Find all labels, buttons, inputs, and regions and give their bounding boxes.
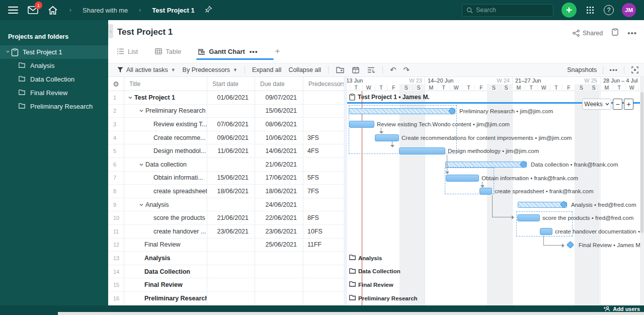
- project-info-icon[interactable]: [612, 28, 618, 38]
- start-date-cell[interactable]: [207, 252, 255, 265]
- start-date-cell[interactable]: [207, 292, 255, 305]
- predecessors-cell[interactable]: [303, 278, 346, 292]
- predecessors-cell[interactable]: [303, 158, 346, 172]
- task-title-cell[interactable]: Final Review: [124, 239, 207, 252]
- hamburger-menu-icon[interactable]: [8, 7, 18, 14]
- gantt-folder-row[interactable]: Preliminary Research: [349, 295, 418, 301]
- start-date-cell[interactable]: 23/06/2021: [207, 225, 255, 239]
- apps-grid-icon[interactable]: [585, 5, 596, 16]
- start-date-cell[interactable]: 01/06/2021: [207, 91, 255, 105]
- due-date-cell[interactable]: 18/06/2021: [255, 185, 303, 198]
- user-avatar[interactable]: JM: [622, 3, 636, 17]
- milestone-diamond[interactable]: [567, 241, 575, 249]
- due-date-cell[interactable]: 14/06/2021: [255, 144, 303, 158]
- tab-table[interactable]: Table: [155, 44, 181, 58]
- start-date-cell[interactable]: 18/06/2021: [207, 185, 255, 198]
- predecessors-cell[interactable]: [303, 252, 346, 265]
- due-date-cell[interactable]: 21/06/2021: [255, 158, 303, 172]
- due-date-cell[interactable]: 09/07/2021: [255, 91, 303, 105]
- start-date-cell[interactable]: [207, 239, 255, 252]
- task-title-cell[interactable]: Create recomme...: [124, 131, 207, 145]
- task-title-cell[interactable]: Analysis: [124, 252, 207, 265]
- pin-icon[interactable]: [205, 6, 212, 15]
- zoom-out-button[interactable]: −: [613, 99, 622, 110]
- predecessors-cell[interactable]: [303, 118, 346, 131]
- due-date-cell[interactable]: 22/06/2021: [255, 211, 303, 225]
- gantt-folder-row[interactable]: Final Review: [349, 281, 393, 288]
- row-caret-icon[interactable]: [137, 202, 145, 207]
- inbox-icon[interactable]: 1: [27, 5, 38, 16]
- zoom-in-button[interactable]: +: [624, 99, 633, 110]
- start-date-cell[interactable]: 07/06/2021: [207, 118, 255, 131]
- predecessors-cell[interactable]: [303, 198, 346, 212]
- task-title-cell[interactable]: Test Project 1: [124, 91, 207, 105]
- gantt-folder-row[interactable]: Data Collection: [349, 268, 400, 275]
- columns-gear-button[interactable]: ⚙: [108, 77, 124, 91]
- due-date-cell[interactable]: 15/06/2021: [255, 105, 303, 118]
- search-box[interactable]: [462, 4, 553, 17]
- column-header-start-date[interactable]: Start date: [207, 77, 255, 91]
- predecessors-cell[interactable]: [303, 105, 346, 118]
- start-date-cell[interactable]: [207, 105, 255, 118]
- predecessors-cell[interactable]: 3FS: [303, 131, 346, 145]
- filter-dropdown[interactable]: All active tasks ▼: [117, 66, 176, 73]
- breadcrumb-current[interactable]: Test Project 1: [152, 7, 194, 14]
- start-date-cell[interactable]: 15/06/2021: [207, 172, 255, 185]
- row-caret-icon[interactable]: [137, 108, 145, 113]
- expand-all-button[interactable]: Expand all: [252, 66, 281, 73]
- row-caret-icon[interactable]: [126, 95, 134, 100]
- task-title-cell[interactable]: Data Collection: [124, 265, 207, 279]
- timescale-dropdown[interactable]: Weeks: [582, 99, 611, 110]
- add-view-button[interactable]: +: [275, 46, 280, 56]
- due-date-cell[interactable]: [255, 265, 303, 279]
- predecessors-cell[interactable]: 5FS: [303, 172, 346, 185]
- sidebar-item-data-collection[interactable]: Data Collection: [0, 72, 108, 86]
- task-title-cell[interactable]: Design methodol...: [124, 144, 207, 158]
- column-header-title[interactable]: Title: [124, 77, 207, 91]
- fullscreen-icon[interactable]: [630, 66, 639, 74]
- collapse-all-button[interactable]: Collapse all: [288, 66, 321, 73]
- gantt-project-row[interactable]: Test Project 1 • James M.: [349, 91, 430, 103]
- task-title-cell[interactable]: Final Review: [124, 278, 207, 292]
- task-title-cell[interactable]: Obtain informati...: [124, 172, 207, 185]
- sidebar-item-preliminary-research[interactable]: Preliminary Research: [0, 100, 108, 113]
- gantt-task-bar[interactable]: [399, 147, 445, 154]
- gantt-task-bar[interactable]: [479, 188, 492, 195]
- gantt-task-bar[interactable]: [517, 214, 540, 221]
- due-date-cell[interactable]: 17/06/2021: [255, 172, 303, 185]
- due-date-cell[interactable]: 25/06/2021: [255, 239, 303, 252]
- gantt-task-bar[interactable]: [375, 134, 399, 141]
- more-menu-icon[interactable]: •••: [627, 29, 637, 37]
- gantt-task-bar[interactable]: [540, 228, 552, 235]
- predecessors-cell[interactable]: [303, 292, 346, 305]
- predecessors-cell[interactable]: 7FS: [303, 185, 346, 198]
- gantt-summary-bar[interactable]: [445, 162, 527, 168]
- predecessors-cell[interactable]: 10FS: [303, 225, 346, 239]
- task-title-cell[interactable]: score the products: [124, 211, 207, 225]
- snapshots-button[interactable]: Snapshots: [567, 66, 597, 73]
- predecessors-cell[interactable]: [303, 265, 346, 279]
- undo-icon[interactable]: ↶: [390, 65, 396, 74]
- gantt-task-bar[interactable]: [349, 121, 374, 128]
- chevron-down-icon[interactable]: [4, 49, 11, 55]
- search-input[interactable]: [476, 7, 546, 14]
- row-caret-icon[interactable]: [137, 162, 145, 167]
- task-title-cell[interactable]: Review existing T...: [124, 118, 207, 131]
- task-title-cell[interactable]: create spreadsheet: [124, 185, 207, 198]
- task-title-cell[interactable]: Data collection: [124, 158, 207, 172]
- task-title-cell[interactable]: Analysis: [124, 198, 207, 212]
- due-date-cell[interactable]: 23/06/2021: [255, 225, 303, 239]
- predecessors-cell[interactable]: 4FS: [303, 144, 346, 158]
- convert-to-project-icon[interactable]: [336, 66, 344, 74]
- sidebar-item-final-review[interactable]: Final Review: [0, 86, 108, 100]
- predecessors-cell[interactable]: [303, 91, 346, 105]
- table-chart-divider[interactable]: [344, 77, 347, 305]
- due-date-cell[interactable]: 08/06/2021: [255, 118, 303, 131]
- gantt-summary-bar[interactable]: [349, 108, 455, 114]
- start-date-cell[interactable]: 11/06/2021: [207, 144, 255, 158]
- reschedule-icon[interactable]: !: [351, 66, 360, 74]
- start-date-cell[interactable]: 21/06/2021: [207, 211, 255, 225]
- sidebar-item-test-project-1[interactable]: Test Project 1: [0, 45, 108, 59]
- due-date-cell[interactable]: [255, 252, 303, 265]
- task-title-cell[interactable]: create handover ...: [124, 225, 207, 239]
